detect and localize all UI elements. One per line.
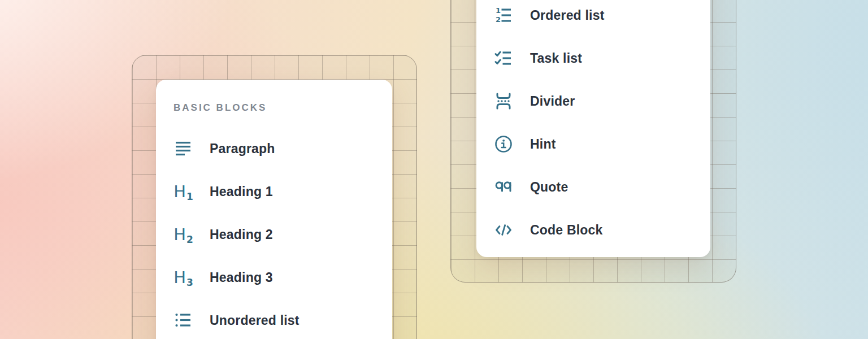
divider-icon <box>494 92 513 111</box>
menu-item-label: Heading 1 <box>210 184 273 199</box>
code-block-icon <box>494 220 513 240</box>
hint-icon <box>494 134 513 154</box>
menu-item-label: Paragraph <box>210 141 275 157</box>
quote-icon <box>494 177 513 197</box>
menu-item-heading-3[interactable]: H3 Heading 3 <box>173 256 392 299</box>
menu-item-unordered-list[interactable]: Unordered list <box>173 299 392 339</box>
menu-item-label: Divider <box>530 94 575 109</box>
menu-item-label: Heading 2 <box>210 227 273 242</box>
menu-item-label: Hint <box>530 137 556 152</box>
menu-item-ordered-list[interactable]: 1 2 Ordered list <box>494 0 710 37</box>
heading-2-icon: H2 <box>173 225 193 244</box>
menu-item-label: Heading 3 <box>210 270 273 285</box>
menu-item-task-list[interactable]: Task list <box>494 37 710 80</box>
paragraph-icon <box>173 139 193 158</box>
menu-item-code-block[interactable]: Code Block <box>494 208 710 251</box>
task-list-icon <box>494 49 513 68</box>
menu-item-hint[interactable]: Hint <box>494 123 710 166</box>
heading-3-icon: H3 <box>173 268 193 287</box>
menu-item-label: Ordered list <box>530 8 605 23</box>
menu-item-label: Unordered list <box>210 313 300 328</box>
menu-item-quote[interactable]: Quote <box>494 166 710 208</box>
unordered-list-icon <box>173 311 193 330</box>
menu-item-heading-2[interactable]: H2 Heading 2 <box>173 213 392 256</box>
ordered-list-icon: 1 2 <box>494 6 513 25</box>
menu-item-heading-1[interactable]: H1 Heading 1 <box>173 170 392 213</box>
menu-item-label: Task list <box>530 51 582 66</box>
menu-item-label: Quote <box>530 180 568 195</box>
menu-item-paragraph[interactable]: Paragraph <box>173 127 392 170</box>
basic-blocks-menu: BASIC BLOCKS Paragraph H1 Heading 1 H2 H… <box>156 80 392 339</box>
menu-item-label: Code Block <box>530 223 603 238</box>
heading-1-icon: H1 <box>173 182 193 201</box>
blocks-menu-continued: 1 2 Ordered list <box>476 0 710 257</box>
menu-item-divider[interactable]: Divider <box>494 80 710 123</box>
svg-text:2: 2 <box>496 15 501 24</box>
svg-text:1: 1 <box>496 6 501 15</box>
basic-blocks-header: BASIC BLOCKS <box>173 101 392 115</box>
